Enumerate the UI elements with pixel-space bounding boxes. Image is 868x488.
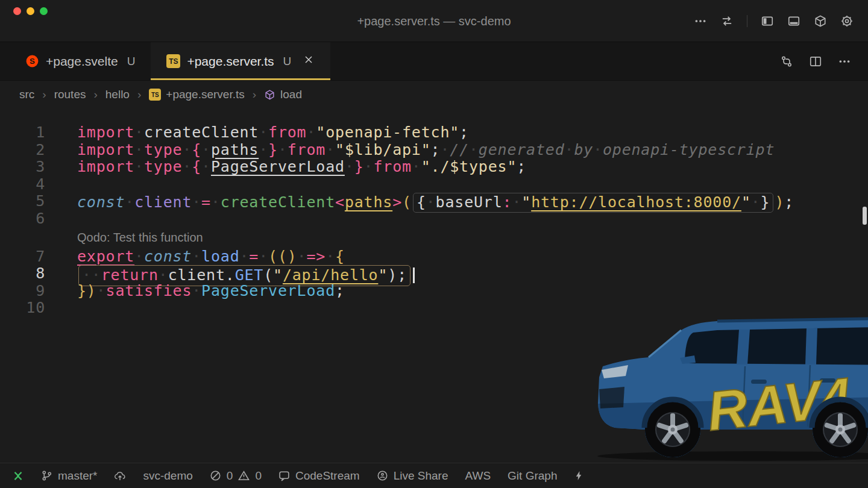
status-label: master* bbox=[58, 469, 97, 483]
code-token: client bbox=[134, 193, 192, 211]
breadcrumb-label: +page.server.ts bbox=[166, 88, 244, 101]
line-number[interactable]: 9 bbox=[0, 283, 45, 300]
codelens-row: Qodo: Test this function bbox=[0, 228, 868, 248]
line-number[interactable]: 7 bbox=[0, 248, 45, 266]
code-line-content[interactable]: const·client·=·createClient<paths>({·bas… bbox=[45, 193, 794, 210]
code-line[interactable]: 1import·createClient·from·"openapi-fetch… bbox=[0, 124, 868, 142]
line-number[interactable]: 4 bbox=[0, 176, 45, 193]
code-line[interactable]: 10 bbox=[0, 299, 868, 317]
toggle-panel-icon[interactable] bbox=[787, 14, 800, 28]
error-icon bbox=[210, 470, 221, 481]
cloud-upload-icon bbox=[114, 470, 126, 482]
code-token: · bbox=[192, 282, 201, 299]
code-line[interactable]: 5const·client·=·createClient<paths>({·ba… bbox=[0, 193, 868, 210]
codelens-action[interactable]: Qodo: Test this function bbox=[77, 229, 203, 246]
line-number[interactable]: 10 bbox=[0, 299, 45, 317]
code-token: { bbox=[417, 193, 426, 211]
code-line[interactable]: 2import·type·{·paths·}·from·"$lib/api";·… bbox=[0, 142, 868, 159]
status-codestream[interactable]: CodeStream bbox=[278, 469, 360, 483]
text-cursor bbox=[413, 267, 415, 283]
extensions-box-icon[interactable] bbox=[814, 14, 827, 28]
breadcrumb-hello[interactable]: hello bbox=[105, 88, 130, 101]
toggle-sidebar-icon[interactable] bbox=[761, 14, 774, 28]
code-token: · bbox=[201, 158, 211, 175]
code-line-content[interactable]: export·const·load·=·(()·=>·{ bbox=[45, 248, 345, 266]
typescript-icon: TS bbox=[149, 89, 161, 101]
hint-box: {·baseUrl:·"http://localhost:8000/"·} bbox=[413, 193, 774, 213]
code-line[interactable]: 3import·type·{·PageServerLoad·}·from·"./… bbox=[0, 158, 868, 176]
code-line-content[interactable]: })·satisfies·PageServerLoad; bbox=[45, 283, 345, 300]
code-line-content[interactable]: import·createClient·from·"openapi-fetch"… bbox=[45, 124, 469, 142]
more-actions-icon[interactable] bbox=[838, 55, 851, 68]
settings-gear-icon[interactable] bbox=[840, 14, 854, 28]
breadcrumb-load[interactable]: load bbox=[264, 88, 302, 101]
code-token: < bbox=[335, 193, 345, 211]
tab-label: +page.svelte bbox=[46, 54, 118, 69]
code-token: ; bbox=[397, 266, 407, 284]
breadcrumb-routes[interactable]: routes bbox=[54, 88, 86, 101]
code-line[interactable]: 6 bbox=[0, 210, 868, 228]
status-publish-changes[interactable] bbox=[114, 470, 126, 482]
code-token: // bbox=[450, 141, 469, 158]
code-line-content[interactable] bbox=[45, 210, 77, 228]
zoom-button[interactable] bbox=[40, 7, 48, 15]
symbol-method-icon bbox=[264, 89, 275, 101]
code-token: · bbox=[412, 158, 421, 175]
code-token: } bbox=[761, 193, 770, 211]
editor[interactable]: RAV4 bbox=[0, 108, 868, 463]
status-remote-indicator[interactable] bbox=[12, 470, 24, 482]
line-number[interactable]: 8 bbox=[0, 265, 45, 283]
code-line[interactable]: 4 bbox=[0, 176, 868, 193]
line-number[interactable]: 2 bbox=[0, 142, 45, 159]
status-git-branch[interactable]: master* bbox=[41, 469, 97, 483]
svg-text:S: S bbox=[30, 57, 35, 66]
close-icon[interactable] bbox=[303, 54, 315, 69]
status-project-name[interactable]: svc-demo bbox=[143, 469, 192, 483]
line-number[interactable]: 3 bbox=[0, 158, 45, 176]
code-line[interactable]: 8··return·client.GET("/api/hello"); bbox=[0, 265, 868, 283]
code-line-content[interactable] bbox=[45, 299, 77, 317]
split-editor-icon[interactable] bbox=[809, 55, 822, 68]
close-button[interactable] bbox=[13, 7, 21, 15]
line-number[interactable]: 1 bbox=[0, 124, 45, 142]
status-problems[interactable]: 00 bbox=[210, 469, 262, 483]
scrollbar-thumb[interactable] bbox=[863, 207, 867, 225]
layout-swap-icon[interactable] bbox=[720, 14, 734, 28]
code-token: · bbox=[192, 248, 201, 265]
git-compare-icon[interactable] bbox=[780, 55, 793, 68]
code-token: · bbox=[134, 141, 144, 158]
code-token: PageServerLoad bbox=[201, 282, 335, 299]
code-token: · bbox=[364, 158, 374, 175]
breadcrumb-page-server-ts[interactable]: TS+page.server.ts bbox=[149, 88, 244, 101]
code-line-content[interactable]: ··return·client.GET("/api/hello"); bbox=[45, 265, 415, 283]
code-line[interactable]: 7export·const·load·=·(()·=>·{ bbox=[0, 248, 868, 266]
code-line[interactable]: 9})·satisfies·PageServerLoad; bbox=[0, 283, 868, 300]
code-token: · bbox=[182, 158, 192, 175]
minimize-button[interactable] bbox=[27, 7, 34, 15]
code-token: ( bbox=[278, 248, 288, 265]
status-label: AWS bbox=[465, 469, 491, 483]
line-number[interactable]: 6 bbox=[0, 210, 45, 228]
tab-page-svelte[interactable]: S+page.svelteU bbox=[10, 42, 151, 80]
status-label: 0 bbox=[227, 469, 233, 483]
code-token: http://localhost:8000/ bbox=[531, 193, 741, 211]
status-qodo-lightning[interactable] bbox=[574, 471, 584, 481]
code-token: ) bbox=[388, 266, 397, 284]
more-actions-icon[interactable] bbox=[694, 14, 707, 28]
code-line-content[interactable]: import·type·{·paths·}·from·"$lib/api";·/… bbox=[45, 142, 775, 159]
status-aws[interactable]: AWS bbox=[465, 469, 491, 483]
code-token: " bbox=[378, 266, 388, 284]
status-git-graph[interactable]: Git Graph bbox=[508, 469, 557, 483]
tab-page-server-ts[interactable]: TS+page.server.tsU bbox=[151, 42, 330, 80]
code-token: baseUrl bbox=[436, 193, 503, 211]
breadcrumb-src[interactable]: src bbox=[19, 88, 34, 101]
code-token: ; bbox=[335, 282, 345, 299]
status-live-share[interactable]: Live Share bbox=[377, 469, 448, 483]
code-token: export bbox=[77, 248, 134, 265]
line-number[interactable]: 5 bbox=[0, 193, 45, 210]
chevron-right-icon: › bbox=[253, 88, 256, 101]
code-line-content[interactable] bbox=[45, 176, 77, 193]
code-token: => bbox=[307, 248, 326, 265]
code-line-content[interactable]: import·type·{·PageServerLoad·}·from·"./$… bbox=[45, 158, 526, 176]
code-token: } bbox=[354, 158, 364, 175]
